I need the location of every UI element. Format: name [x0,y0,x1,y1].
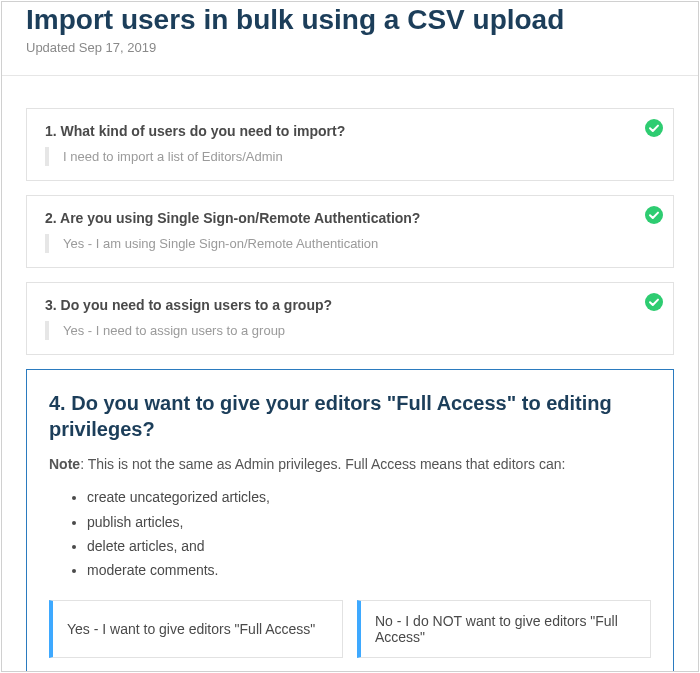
step-2-question: 2. Are you using Single Sign-on/Remote A… [45,210,631,226]
svg-point-1 [645,206,663,224]
step-4-options: Yes - I want to give editors "Full Acces… [49,600,651,658]
step-4-bullets: create uncategorized articles, publish a… [49,486,651,582]
svg-point-2 [645,293,663,311]
steps-content: 1. What kind of users do you need to imp… [2,76,698,672]
check-icon [645,119,663,137]
updated-date: Updated Sep 17, 2019 [26,40,674,55]
step-3-answer: Yes - I need to assign users to a group [45,321,631,340]
bullet-item: publish articles, [87,511,651,533]
svg-point-0 [645,119,663,137]
step-3[interactable]: 3. Do you need to assign users to a grou… [26,282,674,355]
step-1-question: 1. What kind of users do you need to imp… [45,123,631,139]
step-1[interactable]: 1. What kind of users do you need to imp… [26,108,674,181]
step-4-note: Note: This is not the same as Admin priv… [49,456,651,472]
page-header: Import users in bulk using a CSV upload … [2,4,698,65]
step-1-answer: I need to import a list of Editors/Admin [45,147,631,166]
step-4-active: 4. Do you want to give your editors "Ful… [26,369,674,672]
step-4-question: 4. Do you want to give your editors "Ful… [49,390,651,442]
bullet-item: delete articles, and [87,535,651,557]
page-container: Import users in bulk using a CSV upload … [1,1,699,672]
bullet-item: moderate comments. [87,559,651,581]
note-label: Note [49,456,80,472]
check-icon [645,293,663,311]
option-no-full-access[interactable]: No - I do NOT want to give editors "Full… [357,600,651,658]
bullet-item: create uncategorized articles, [87,486,651,508]
page-title: Import users in bulk using a CSV upload [26,4,674,36]
step-2[interactable]: 2. Are you using Single Sign-on/Remote A… [26,195,674,268]
note-text: : This is not the same as Admin privileg… [80,456,565,472]
step-3-question: 3. Do you need to assign users to a grou… [45,297,631,313]
step-2-answer: Yes - I am using Single Sign-on/Remote A… [45,234,631,253]
option-yes-full-access[interactable]: Yes - I want to give editors "Full Acces… [49,600,343,658]
check-icon [645,206,663,224]
